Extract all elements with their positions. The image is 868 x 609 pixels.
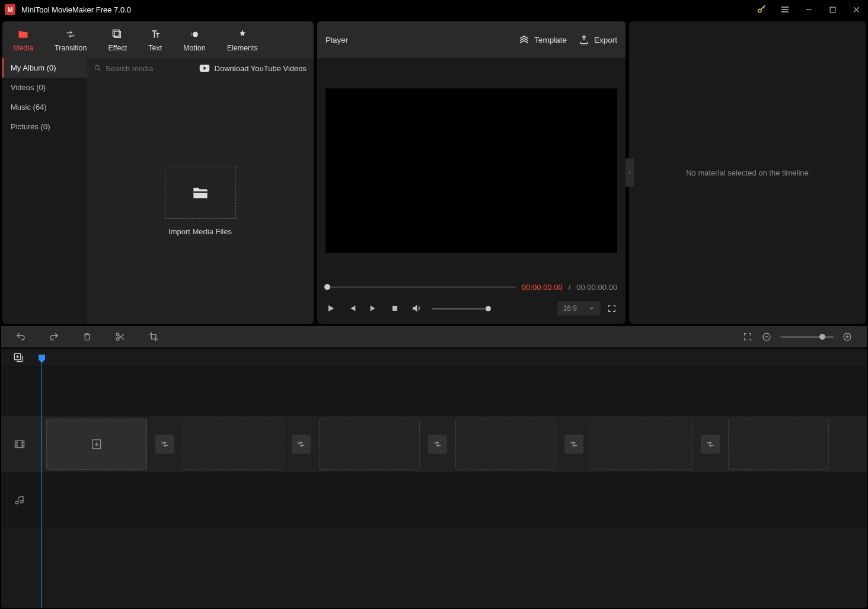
seek-slider[interactable] [326,286,516,288]
template-icon [519,34,529,45]
tab-label: Text [148,44,162,52]
video-preview[interactable] [326,88,617,253]
app-title: MiniTool MovieMaker Free 7.0.0 [21,5,754,14]
properties-panel: No material selected on the timeline [629,21,866,324]
zoom-in-button[interactable] [842,331,853,342]
clip-download-icon [91,438,103,450]
effect-icon [111,28,123,40]
media-panel: Media Transition Effect Text Motion Elem… [2,21,314,324]
svg-rect-8 [392,306,397,311]
download-youtube-label: Download YouTube Videos [215,64,307,73]
tab-label: Motion [183,44,206,52]
clip-slot[interactable] [592,419,693,470]
fullscreen-button[interactable] [607,303,617,314]
player-panel: Player Template Export 00:00:00.00 / 00:… [317,21,626,324]
clip-slot[interactable] [319,419,420,470]
transition-slot[interactable] [155,435,174,454]
next-frame-button[interactable] [368,303,379,314]
search-media[interactable] [94,64,193,73]
time-total: 00:00:00.00 [576,283,617,292]
chevron-down-icon [589,305,595,311]
tab-text[interactable]: Text [138,21,173,58]
motion-icon [189,28,200,40]
tab-effect[interactable]: Effect [97,21,138,58]
import-media-dropzone[interactable] [165,167,236,219]
search-input[interactable] [106,64,177,73]
clip-slot[interactable] [183,419,283,470]
properties-empty-message: No material selected on the timeline [686,168,809,177]
youtube-icon [199,64,210,72]
aspect-ratio-select[interactable]: 16:9 [557,301,601,315]
timeline-toolbar [1,326,867,347]
svg-point-0 [758,9,761,12]
panel-expand-handle[interactable] [626,158,634,187]
time-separator: / [569,283,571,292]
stop-button[interactable] [390,303,400,314]
tab-label: Media [13,44,33,52]
transition-slot[interactable] [292,435,311,454]
prev-frame-button[interactable] [347,303,358,314]
transition-slot[interactable] [701,435,720,454]
export-icon [579,34,589,45]
maximize-button[interactable] [825,2,840,17]
sidebar-item-pictures[interactable]: Pictures (0) [2,117,87,136]
tab-transition[interactable]: Transition [44,21,97,58]
volume-slider[interactable] [432,308,489,310]
add-track-button[interactable] [13,352,24,363]
playhead[interactable] [42,355,42,608]
sidebar-item-videos[interactable]: Videos (0) [2,78,87,97]
transition-slot[interactable] [428,435,447,454]
svg-point-4 [193,32,198,37]
volume-button[interactable] [411,303,422,314]
media-category-list: My Album (0) Videos (0) Music (64) Pictu… [2,58,87,324]
download-youtube-button[interactable]: Download YouTube Videos [199,64,307,73]
video-track-icon [1,438,38,450]
time-current: 00:00:00.00 [522,283,563,292]
video-track[interactable] [1,416,867,472]
template-button[interactable]: Template [519,34,567,45]
svg-point-16 [15,501,18,504]
undo-button[interactable] [15,331,26,342]
tab-motion[interactable]: Motion [173,21,216,58]
crop-button[interactable] [148,331,159,342]
svg-rect-14 [15,441,24,448]
audio-track[interactable] [1,472,867,528]
tab-label: Transition [55,44,87,52]
minimize-button[interactable] [802,2,816,17]
tab-elements[interactable]: Elements [216,21,269,58]
search-icon [94,64,102,72]
tab-label: Elements [227,44,258,52]
redo-button[interactable] [49,331,59,342]
zoom-fit-button[interactable] [742,331,753,342]
player-title: Player [326,36,507,44]
transition-slot[interactable] [564,435,583,454]
sidebar-item-my-album[interactable]: My Album (0) [2,58,87,78]
clip-slot[interactable] [455,419,556,470]
play-button[interactable] [326,303,336,314]
folder-open-icon [192,186,209,200]
export-button[interactable]: Export [579,34,617,45]
text-icon [149,28,161,40]
hamburger-menu-icon[interactable] [778,2,792,17]
import-media-label: Import Media Files [168,227,232,236]
tab-media[interactable]: Media [2,21,44,58]
svg-point-17 [21,500,24,503]
clip-slot[interactable] [46,419,147,470]
delete-button[interactable] [82,331,92,342]
elements-icon [237,28,248,40]
transition-icon [65,28,76,40]
close-button[interactable] [849,2,863,17]
template-label: Template [534,36,567,44]
zoom-slider[interactable] [780,336,834,338]
clip-slot[interactable] [728,419,829,470]
timeline[interactable] [1,349,867,608]
zoom-out-button[interactable] [761,331,772,342]
overlay-track[interactable] [1,366,867,416]
svg-rect-1 [830,7,835,12]
split-button[interactable] [115,331,126,342]
svg-point-10 [116,338,119,341]
folder-icon [17,28,29,40]
sidebar-item-music[interactable]: Music (64) [2,97,87,117]
license-key-icon[interactable] [754,2,768,17]
audio-track-icon [1,495,38,505]
